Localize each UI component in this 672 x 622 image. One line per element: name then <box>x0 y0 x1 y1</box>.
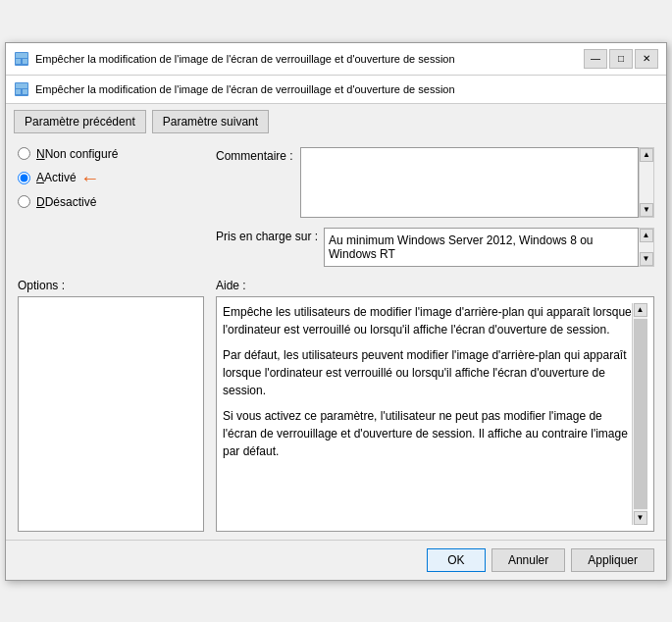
prev-param-button[interactable]: Paramètre précédent <box>14 110 146 133</box>
svg-rect-7 <box>23 89 27 94</box>
maximize-button[interactable]: □ <box>609 49 633 69</box>
title-bar-left: Empêcher la modification de l'image de l… <box>14 51 455 67</box>
svg-rect-6 <box>16 89 21 94</box>
main-content: NNon configuré AActivé ← DDésactivé Com <box>6 139 666 275</box>
subtitle-text: Empêcher la modification de l'image de l… <box>35 83 455 95</box>
minimize-button[interactable]: — <box>584 49 607 69</box>
help-box: Empêche les utilisateurs de modifier l'i… <box>216 296 654 532</box>
arrow-annotation: ← <box>80 167 100 189</box>
help-paragraph-3: Si vous activez ce paramètre, l'utilisat… <box>223 407 632 460</box>
help-scroll-up[interactable]: ▲ <box>634 303 647 317</box>
help-text-content: Empêche les utilisateurs de modifier l'i… <box>223 303 632 525</box>
comment-scrollbar: ▲ ▼ <box>639 147 654 218</box>
title-bar: Empêcher la modification de l'image de l… <box>6 43 666 76</box>
supported-scroll-up[interactable]: ▲ <box>640 229 653 242</box>
radio-not-configured-input[interactable] <box>18 147 30 160</box>
help-scrollbar: ▲ ▼ <box>632 303 647 525</box>
policy-icon <box>14 81 29 97</box>
comment-textarea[interactable] <box>300 147 639 218</box>
comment-label: Commentaire : <box>216 147 294 163</box>
supported-scroll-down[interactable]: ▼ <box>640 252 653 266</box>
help-scroll-down[interactable]: ▼ <box>634 511 647 525</box>
svg-rect-1 <box>16 53 27 58</box>
apply-button[interactable]: Appliquer <box>571 548 654 572</box>
radio-group: NNon configuré AActivé ← DDésactivé <box>18 147 204 209</box>
main-window: Empêcher la modification de l'image de l… <box>5 42 667 581</box>
radio-inactive[interactable]: DDésactivé <box>18 195 204 209</box>
supported-value: Au minimum Windows Server 2012, Windows … <box>324 228 639 267</box>
left-panel: NNon configuré AActivé ← DDésactivé <box>18 147 204 267</box>
right-panel: Commentaire : ▲ ▼ Pris en charge sur : A… <box>216 147 654 267</box>
svg-rect-3 <box>23 59 27 64</box>
ok-button[interactable]: OK <box>427 548 486 572</box>
radio-active-input[interactable] <box>18 172 30 184</box>
help-paragraph-1: Empêche les utilisateurs de modifier l'i… <box>223 303 632 338</box>
title-bar-controls: — □ ✕ <box>584 49 658 69</box>
options-title: Options : <box>18 279 204 292</box>
toolbar: Paramètre précédent Paramètre suivant <box>6 104 666 139</box>
radio-active[interactable]: AActivé <box>18 171 77 184</box>
window-icon <box>14 51 29 67</box>
options-panel: Options : <box>18 279 204 532</box>
comment-row: Commentaire : ▲ ▼ <box>216 147 654 218</box>
help-paragraph-2: Par défaut, les utilisateurs peuvent mod… <box>223 346 632 399</box>
radio-not-configured-label: NNon configuré <box>36 147 118 161</box>
svg-rect-5 <box>16 83 27 88</box>
window-title: Empêcher la modification de l'image de l… <box>35 53 455 65</box>
scroll-up-arrow[interactable]: ▲ <box>640 148 653 162</box>
supported-row: Pris en charge sur : Au minimum Windows … <box>216 228 654 267</box>
options-box <box>18 296 204 532</box>
help-title: Aide : <box>216 279 654 292</box>
radio-inactive-label: DDésactivé <box>36 195 96 209</box>
radio-not-configured[interactable]: NNon configuré <box>18 147 204 161</box>
radio-active-row: AActivé ← <box>18 167 204 189</box>
svg-rect-2 <box>16 59 21 64</box>
radio-active-label: AActivé <box>36 171 77 184</box>
close-button[interactable]: ✕ <box>635 49 658 69</box>
help-panel: Aide : Empêche les utilisateurs de modif… <box>216 279 654 532</box>
supported-label: Pris en charge sur : <box>216 228 318 243</box>
radio-inactive-input[interactable] <box>18 195 30 208</box>
next-param-button[interactable]: Paramètre suivant <box>152 110 269 133</box>
bottom-section: Options : Aide : Empêche les utilisateur… <box>6 275 666 540</box>
footer: OK Annuler Appliquer <box>6 540 666 580</box>
subtitle-bar: Empêcher la modification de l'image de l… <box>6 76 666 104</box>
cancel-button[interactable]: Annuler <box>491 548 565 572</box>
scroll-down-arrow[interactable]: ▼ <box>640 203 653 217</box>
